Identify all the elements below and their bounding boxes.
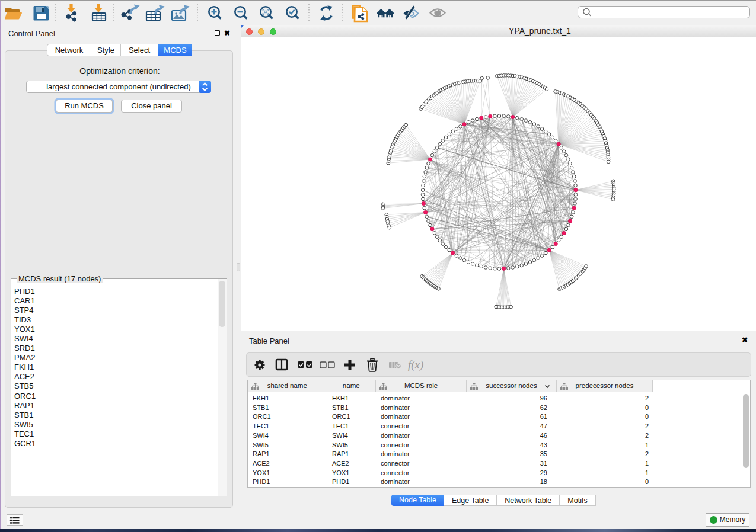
- svg-text:f(x): f(x): [408, 358, 423, 371]
